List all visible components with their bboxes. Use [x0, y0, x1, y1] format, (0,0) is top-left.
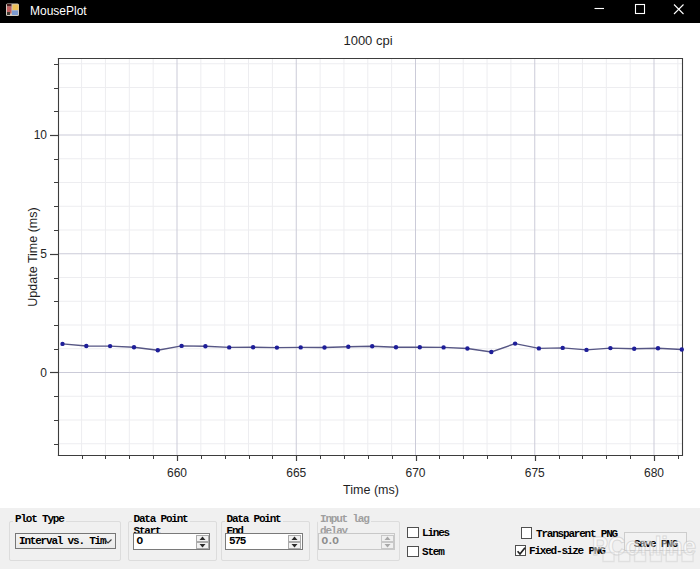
svg-text:675: 675: [525, 466, 545, 480]
svg-text:10: 10: [34, 128, 48, 142]
svg-text:1000 cpi: 1000 cpi: [343, 33, 392, 48]
svg-text:660: 660: [167, 466, 187, 480]
svg-text:Time (ms): Time (ms): [343, 483, 399, 497]
svg-text:670: 670: [405, 466, 425, 480]
svg-text:Update Time (ms): Update Time (ms): [26, 207, 40, 306]
svg-text:680: 680: [644, 466, 664, 480]
svg-text:5: 5: [40, 247, 47, 261]
svg-text:665: 665: [286, 466, 306, 480]
svg-text:0: 0: [40, 366, 47, 380]
